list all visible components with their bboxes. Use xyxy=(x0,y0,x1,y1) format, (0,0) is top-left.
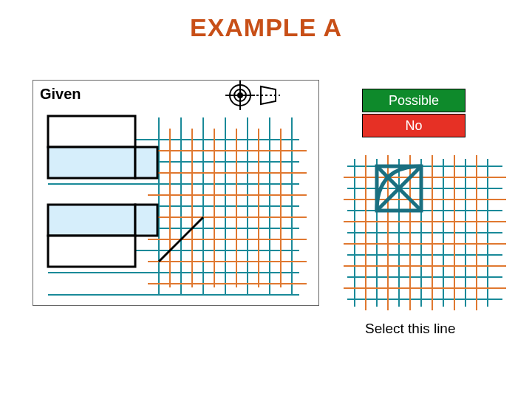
svg-rect-31 xyxy=(48,205,135,236)
svg-rect-32 xyxy=(135,205,157,236)
answer-buttons: Possible No xyxy=(362,89,466,137)
result-grid xyxy=(340,144,517,321)
no-button[interactable]: No xyxy=(362,114,466,137)
svg-rect-29 xyxy=(48,147,135,178)
given-label: Given xyxy=(40,86,81,103)
possible-button[interactable]: Possible xyxy=(362,89,466,112)
given-panel xyxy=(33,80,319,306)
given-drawing xyxy=(33,81,320,307)
select-instruction: Select this line xyxy=(365,321,456,337)
svg-rect-33 xyxy=(48,236,135,267)
svg-rect-28 xyxy=(48,116,135,147)
page-title: EXAMPLE A xyxy=(0,13,532,42)
svg-rect-30 xyxy=(135,147,157,178)
